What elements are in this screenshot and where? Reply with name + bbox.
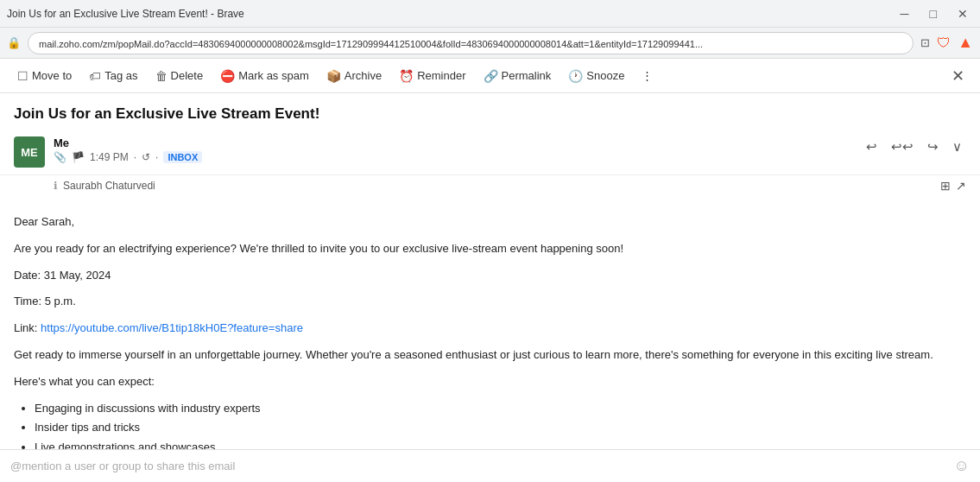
sender-name: Me	[54, 136, 853, 149]
email-toolbar: ☐ Move to 🏷 Tag as 🗑 Delete ⛔ Mark as sp…	[0, 59, 980, 93]
recipient-name: Saurabh Chaturvedi	[63, 180, 155, 192]
snooze-icon: 🕐	[568, 69, 583, 83]
maximize-button[interactable]: □	[925, 5, 942, 22]
email-subject: Join Us for an Exclusive Live Stream Eve…	[0, 93, 980, 130]
attachment-icon: 📎	[54, 151, 66, 163]
move-to-button[interactable]: ☐ Move to	[10, 66, 79, 86]
email-close-button[interactable]: ✕	[946, 65, 970, 87]
link-line: Link: https://youtube.com/live/B1tip18kH…	[14, 320, 966, 338]
inbox-badge: INBOX	[163, 151, 202, 163]
forward-icon[interactable]: ↪	[923, 136, 943, 157]
delete-button[interactable]: 🗑 Delete	[149, 66, 211, 86]
more-actions-icon[interactable]: ∨	[948, 136, 966, 157]
bullet-list: Engaging in discussions with industry ex…	[35, 400, 966, 449]
recipient-row: ℹ Saurabh Chaturvedi ⊞ ↗	[0, 175, 980, 200]
archive-icon: 📦	[326, 69, 341, 83]
move-to-icon: ☐	[17, 69, 28, 83]
sender-info: Me 📎 🏴 1:49 PM · ↺ · INBOX	[54, 136, 853, 163]
mention-bar: @mention a user or group to share this e…	[0, 449, 980, 482]
share-icon[interactable]: ↗	[956, 179, 966, 193]
email-content: Join Us for an Exclusive Live Stream Eve…	[0, 93, 980, 449]
header-actions: ↩ ↩↩ ↪ ∨	[862, 136, 966, 157]
url-bar[interactable]: mail.zoho.com/zm/popMail.do?accId=483069…	[28, 32, 914, 54]
email-header: ME Me 📎 🏴 1:49 PM · ↺ · INBOX ↩ ↩↩ ↪ ∨	[0, 130, 980, 175]
archive-button[interactable]: 📦 Archive	[319, 66, 389, 86]
tag-icon: 🏷	[89, 69, 101, 83]
recipient-actions: ⊞ ↗	[940, 179, 966, 193]
mention-placeholder[interactable]: @mention a user or group to share this e…	[10, 460, 954, 472]
reminder-icon: ⏰	[399, 69, 414, 83]
mark-as-spam-button[interactable]: ⛔ Mark as spam	[213, 66, 316, 86]
brave-shield-icon[interactable]: 🛡	[937, 35, 951, 51]
stream-link[interactable]: https://youtube.com/live/B1tip18kH0E?fea…	[41, 321, 303, 334]
paragraph-2: Get ready to immerse yourself in an unfo…	[14, 346, 966, 365]
expect-heading: Here's what you can expect:	[14, 373, 966, 391]
flag-icon: 🏴	[72, 151, 85, 163]
send-time: 1:49 PM	[90, 151, 129, 163]
address-bar: 🔒 mail.zoho.com/zm/popMail.do?accId=4830…	[0, 28, 980, 59]
greeting: Dear Sarah,	[14, 213, 966, 231]
permalink-button[interactable]: 🔗 Permalink	[477, 66, 559, 86]
browser-icons: ⊡ 🛡 ▲	[920, 34, 973, 52]
sender-meta: 📎 🏴 1:49 PM · ↺ · INBOX	[54, 151, 853, 163]
email-body: Dear Sarah, Are you ready for an electri…	[0, 200, 980, 449]
list-item: Engaging in discussions with industry ex…	[35, 400, 966, 418]
delete-icon: 🗑	[155, 69, 168, 83]
intro-paragraph: Are you ready for an electrifying experi…	[14, 240, 966, 258]
more-button[interactable]: ⋮	[635, 66, 660, 86]
list-item: Insider tips and tricks	[35, 419, 966, 437]
reply-icon[interactable]: ↩	[862, 136, 882, 157]
minimize-button[interactable]: ─	[895, 5, 914, 22]
snooze-button[interactable]: 🕐 Snooze	[561, 66, 631, 86]
brave-logo-icon: ▲	[958, 34, 973, 52]
time-line: Time: 5 p.m.	[14, 293, 966, 311]
link-icon: 🔗	[484, 69, 498, 83]
list-item: Live demonstrations and showcases	[35, 439, 966, 449]
reminder-button[interactable]: ⏰ Reminder	[392, 66, 472, 86]
date-line: Date: 31 May, 2024	[14, 267, 966, 285]
browser-title: Join Us for an Exclusive Live Stream Eve…	[7, 8, 895, 20]
avatar: ME	[14, 136, 45, 168]
info-icon: ℹ	[54, 180, 58, 192]
reply-all-icon[interactable]: ↩↩	[887, 136, 918, 157]
browser-titlebar: Join Us for an Exclusive Live Stream Eve…	[0, 0, 980, 28]
settings-icon[interactable]: ⊡	[920, 36, 930, 49]
window-controls[interactable]: ─ □ ✕	[895, 5, 973, 22]
view-email-icon[interactable]: ⊞	[940, 179, 951, 193]
close-button[interactable]: ✕	[952, 5, 973, 22]
refresh-icon: ↺	[142, 151, 150, 163]
security-icon: 🔒	[7, 36, 21, 49]
spam-icon: ⛔	[220, 69, 235, 83]
emoji-button[interactable]: ☺	[954, 457, 970, 475]
tag-as-button[interactable]: 🏷 Tag as	[82, 66, 144, 86]
